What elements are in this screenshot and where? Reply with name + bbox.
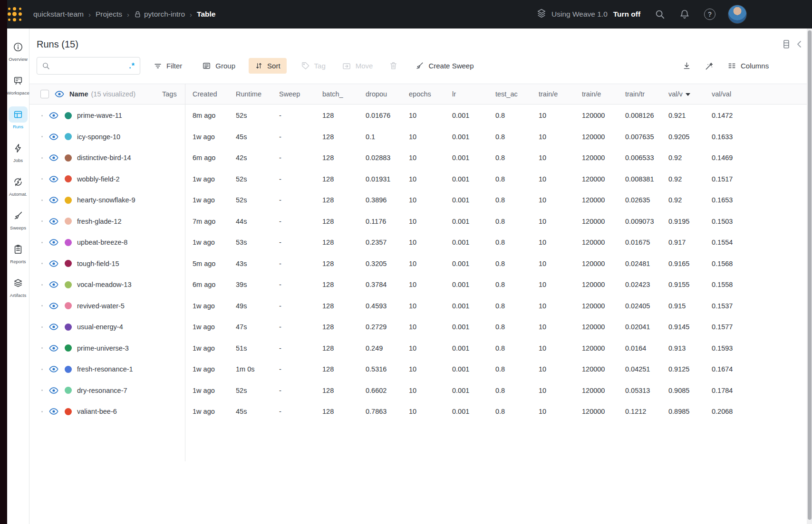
vertical-scrollbar-track[interactable] <box>807 29 812 524</box>
column-header[interactable]: Sweep <box>272 84 316 104</box>
run-name-link[interactable]: icy-sponge-10 <box>77 133 120 141</box>
run-name-link[interactable]: fresh-resonance-1 <box>77 365 133 373</box>
drag-handle[interactable] <box>41 411 43 412</box>
column-header[interactable]: test_ac <box>489 84 532 104</box>
table-row[interactable]: wobbly-field-2 1w ago52s-1280.01931100.0… <box>29 169 812 190</box>
user-avatar[interactable] <box>728 5 747 24</box>
run-name-link[interactable]: hearty-snowflake-9 <box>77 196 135 204</box>
table-row[interactable]: fresh-glade-12 7m ago44s-1280.1176100.00… <box>29 211 812 232</box>
tag-button[interactable]: Tag <box>301 61 326 70</box>
visibility-eye-icon[interactable] <box>49 407 58 416</box>
column-header[interactable]: train/e <box>575 84 619 104</box>
columns-button[interactable]: Columns <box>727 61 769 70</box>
table-row[interactable]: prime-universe-3 1w ago51s-1280.249100.0… <box>29 338 812 359</box>
sidebar-item-artifacts[interactable]: Artifacts <box>9 275 28 298</box>
breadcrumb-team[interactable]: quickstart-team <box>33 10 84 19</box>
filter-button[interactable]: Filter <box>154 62 182 70</box>
column-header[interactable]: val/val <box>705 84 748 104</box>
sidebar-item-reports[interactable]: Reports <box>9 241 28 264</box>
sort-button[interactable]: Sort <box>249 58 287 74</box>
table-row[interactable]: valiant-bee-6 1w ago45s-1280.7863100.001… <box>29 401 812 422</box>
visibility-eye-icon[interactable] <box>49 153 58 162</box>
visibility-eye-icon[interactable] <box>49 174 58 184</box>
table-row[interactable]: vocal-meadow-13 6m ago39s-1280.3784100.0… <box>29 274 812 295</box>
drag-handle[interactable] <box>41 347 43 349</box>
run-name-link[interactable]: fresh-glade-12 <box>77 218 122 225</box>
run-name-link[interactable]: prime-universe-3 <box>77 344 129 352</box>
column-header[interactable]: batch_ <box>316 84 359 104</box>
column-header[interactable]: dropou <box>359 84 402 104</box>
sidebar-item-workspace[interactable]: Workspace <box>7 73 29 95</box>
collapse-panel-icon[interactable] <box>797 40 802 48</box>
name-column-header[interactable]: Name <box>69 90 88 98</box>
visibility-eye-icon[interactable] <box>49 364 58 374</box>
help-icon[interactable]: ? <box>704 9 715 20</box>
column-header[interactable]: epochs <box>402 84 445 104</box>
create-sweep-button[interactable]: Create Sweep <box>415 61 474 70</box>
visibility-eye-icon[interactable] <box>49 238 58 247</box>
search-icon[interactable] <box>655 9 665 19</box>
regex-toggle-icon[interactable]: .* <box>129 62 135 70</box>
run-name-link[interactable]: prime-wave-11 <box>77 112 122 119</box>
column-header[interactable]: train/e <box>532 84 575 104</box>
turn-off-weave-button[interactable]: Turn off <box>613 10 640 19</box>
run-name-link[interactable]: distinctive-bird-14 <box>77 154 131 162</box>
visibility-eye-icon[interactable] <box>49 343 58 353</box>
run-name-link[interactable]: tough-field-15 <box>77 260 119 267</box>
drag-handle[interactable] <box>41 200 43 201</box>
table-row[interactable]: usual-energy-4 1w ago47s-1280.2729100.00… <box>29 316 812 338</box>
runs-search-input[interactable] <box>54 62 129 70</box>
drag-handle[interactable] <box>41 115 43 116</box>
sidebar-item-runs[interactable]: Runs <box>9 106 28 129</box>
run-name-link[interactable]: valiant-bee-6 <box>77 408 117 415</box>
table-row[interactable]: icy-sponge-10 1w ago45s-1280.1100.0010.8… <box>29 126 812 148</box>
visibility-eye-icon[interactable] <box>55 89 64 99</box>
column-header[interactable]: Runtime <box>229 84 272 104</box>
column-header[interactable]: Created <box>186 84 229 104</box>
sidebar-item-sweeps[interactable]: Sweeps <box>9 208 28 230</box>
visibility-eye-icon[interactable] <box>49 322 58 332</box>
breadcrumb-table[interactable]: Table <box>197 10 215 19</box>
sidebar-item-jobs[interactable]: Jobs <box>9 140 28 163</box>
table-row[interactable]: fresh-resonance-1 1w ago1m 0s-1280.53161… <box>29 359 812 380</box>
table-density-icon[interactable] <box>783 40 790 48</box>
visibility-eye-icon[interactable] <box>49 195 58 205</box>
breadcrumb-project[interactable]: pytorch-intro <box>134 10 185 19</box>
visibility-eye-icon[interactable] <box>49 386 58 395</box>
move-button[interactable]: Move <box>342 61 373 71</box>
notifications-bell-icon[interactable] <box>679 9 690 19</box>
table-row[interactable]: distinctive-bird-14 6m ago42s-1280.02883… <box>29 147 812 169</box>
table-row[interactable]: revived-water-5 1w ago49s-1280.4593100.0… <box>29 295 812 317</box>
drag-handle[interactable] <box>41 242 43 243</box>
wandb-logo-icon[interactable] <box>7 6 23 22</box>
run-name-link[interactable]: vocal-meadow-13 <box>77 281 131 288</box>
export-download-button[interactable] <box>682 61 691 70</box>
drag-handle[interactable] <box>41 263 43 264</box>
run-name-link[interactable]: usual-energy-4 <box>77 323 123 331</box>
drag-handle[interactable] <box>41 390 43 391</box>
drag-handle[interactable] <box>41 284 43 286</box>
visibility-eye-icon[interactable] <box>49 132 58 142</box>
run-name-link[interactable]: upbeat-breeze-8 <box>77 238 127 246</box>
drag-handle[interactable] <box>41 178 43 180</box>
table-row[interactable]: tough-field-15 5m ago43s-1280.3205100.00… <box>29 253 812 275</box>
run-name-link[interactable]: dry-resonance-7 <box>77 387 127 394</box>
visibility-eye-icon[interactable] <box>49 301 58 311</box>
delete-button[interactable] <box>389 61 398 70</box>
sidebar-item-overview[interactable]: Overview <box>9 39 28 62</box>
drag-handle[interactable] <box>41 369 43 370</box>
visibility-eye-icon[interactable] <box>49 259 58 268</box>
table-row[interactable]: upbeat-breeze-8 1w ago53s-1280.2357100.0… <box>29 232 812 253</box>
visibility-eye-icon[interactable] <box>49 280 58 289</box>
vertical-scrollbar-thumb[interactable] <box>808 30 812 520</box>
table-row[interactable]: hearty-snowflake-9 1w ago52s-1280.389610… <box>29 190 812 211</box>
drag-handle[interactable] <box>41 326 43 328</box>
column-header[interactable]: train/tr <box>619 84 662 104</box>
table-row[interactable]: prime-wave-11 8m ago52s-1280.01676100.00… <box>29 105 812 126</box>
table-row[interactable]: dry-resonance-7 1w ago52s-1280.6602100.0… <box>29 380 812 401</box>
run-name-link[interactable]: wobbly-field-2 <box>77 175 119 183</box>
drag-handle[interactable] <box>41 220 43 222</box>
run-name-link[interactable]: revived-water-5 <box>77 302 125 310</box>
sidebar-item-automations[interactable]: Automat. <box>9 174 28 197</box>
visibility-eye-icon[interactable] <box>49 217 58 226</box>
